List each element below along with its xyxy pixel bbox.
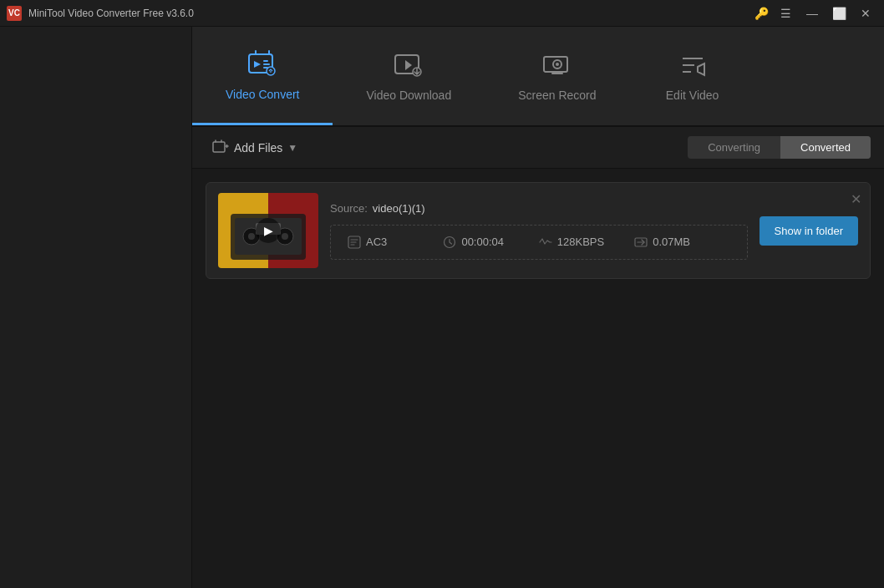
tab-video-convert[interactable]: Video Convert: [192, 27, 333, 125]
file-source-row: Source: video(1)(1): [330, 202, 748, 215]
show-in-folder-button[interactable]: Show in folder: [760, 216, 858, 246]
meta-bitrate-value: 128KBPS: [557, 236, 604, 248]
toolbar: Add Files ▼ Converting Converted: [192, 127, 884, 169]
file-thumbnail[interactable]: ▶: [218, 193, 318, 268]
app-title: MiniTool Video Converter Free v3.6.0: [28, 8, 194, 19]
title-bar-controls: 🔑 ☰ — ⬜ ✕: [752, 4, 877, 23]
add-files-button[interactable]: Add Files ▼: [206, 136, 304, 160]
format-icon: [348, 236, 361, 249]
key-icon[interactable]: 🔑: [752, 4, 770, 23]
converting-tab-button[interactable]: Converting: [688, 136, 780, 159]
tab-screen-record[interactable]: Screen Record: [485, 27, 629, 125]
tab-video-download-label: Video Download: [366, 89, 451, 102]
title-bar-left: VC MiniTool Video Converter Free v3.6.0: [7, 6, 194, 21]
svg-point-14: [248, 233, 255, 240]
main-layout: Video Convert Video Download: [0, 27, 884, 588]
meta-duration: 00:00:04: [443, 236, 538, 249]
meta-bitrate: 128KBPS: [539, 236, 634, 249]
app-logo: VC: [7, 6, 22, 21]
screen-record-icon: [542, 50, 572, 80]
add-files-label: Add Files: [234, 141, 282, 155]
nav-tabs: Video Convert Video Download: [192, 27, 884, 127]
video-convert-icon: [247, 49, 277, 79]
file-list: ▶ Source: video(1)(1): [192, 169, 884, 588]
video-download-icon: [394, 50, 424, 80]
maximize-button[interactable]: ⬜: [827, 4, 851, 23]
tab-video-download[interactable]: Video Download: [333, 27, 485, 125]
svg-point-15: [282, 233, 288, 240]
file-card: ▶ Source: video(1)(1): [206, 182, 871, 279]
content-wrapper: Video Convert Video Download: [192, 27, 884, 588]
tab-edit-video[interactable]: Edit Video: [630, 27, 755, 125]
source-label: Source:: [330, 202, 368, 215]
edit-video-icon: [678, 50, 708, 80]
title-bar: VC MiniTool Video Converter Free v3.6.0 …: [0, 0, 884, 27]
play-icon: ▶: [256, 218, 281, 243]
dropdown-arrow-icon: ▼: [287, 142, 297, 154]
svg-point-6: [556, 63, 559, 66]
size-icon: [634, 236, 648, 249]
minimize-button[interactable]: —: [800, 4, 824, 23]
close-button[interactable]: ✕: [854, 4, 877, 23]
file-info: Source: video(1)(1) AC3: [330, 202, 748, 260]
tab-switcher: Converting Converted: [688, 136, 871, 159]
menu-button[interactable]: ☰: [774, 4, 797, 23]
add-files-icon: [212, 139, 229, 156]
meta-duration-value: 00:00:04: [461, 236, 504, 248]
meta-size-value: 0.07MB: [653, 236, 690, 248]
close-card-button[interactable]: ✕: [851, 191, 861, 207]
file-meta-box: AC3 00:00:04: [330, 225, 748, 260]
source-name: video(1)(1): [373, 202, 425, 215]
meta-format: AC3: [348, 236, 443, 249]
meta-format-value: AC3: [366, 236, 387, 248]
bitrate-icon: [539, 236, 552, 249]
tab-video-convert-label: Video Convert: [226, 88, 299, 101]
sidebar: [0, 27, 192, 588]
tab-edit-video-label: Edit Video: [666, 89, 719, 102]
duration-icon: [443, 236, 456, 249]
svg-rect-7: [213, 142, 225, 152]
tab-screen-record-label: Screen Record: [518, 89, 596, 102]
converted-tab-button[interactable]: Converted: [780, 136, 871, 159]
meta-size: 0.07MB: [634, 236, 729, 249]
